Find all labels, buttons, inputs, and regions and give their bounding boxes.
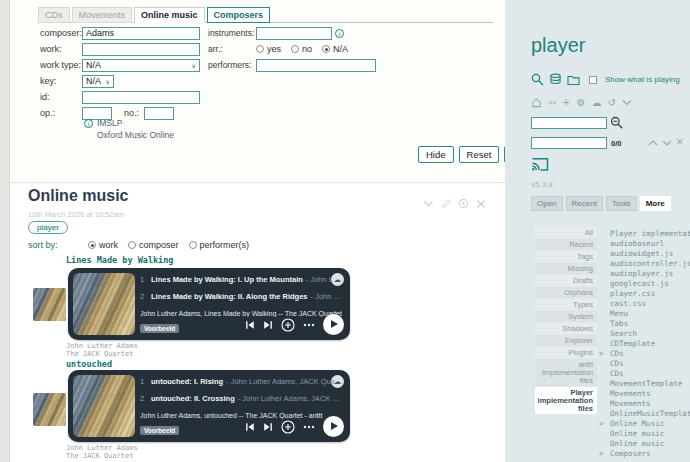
clear-search-icon[interactable]: ✕ (676, 137, 684, 147)
track-row[interactable]: 2 untouched: II. Crossing - John Luther … (140, 394, 344, 404)
close-icon[interactable] (476, 199, 486, 209)
fold-icon[interactable] (423, 200, 434, 208)
add-to-queue-icon[interactable] (281, 420, 295, 434)
tree-item[interactable]: Online music (597, 429, 690, 439)
filter-recent[interactable]: Recent (535, 239, 597, 250)
track-row[interactable]: 2 Lines Made by Walking: II. Along the R… (140, 292, 344, 302)
info-icon[interactable] (458, 198, 469, 209)
add-to-queue-icon[interactable] (281, 318, 295, 332)
close-all-icon[interactable]: ✕✕ (548, 97, 556, 109)
play-button[interactable] (323, 314, 344, 335)
album-thumbnail[interactable] (33, 393, 66, 426)
tree-item[interactable]: >Online Music (597, 419, 690, 429)
filter-anttt-files[interactable]: anttt implementation files (535, 359, 597, 386)
filter-system[interactable]: System (535, 311, 597, 322)
work-input[interactable] (82, 43, 200, 56)
tree-item[interactable]: Movements (597, 389, 690, 399)
tree-item[interactable]: CDs (597, 359, 690, 369)
tree-item[interactable]: Online music (597, 439, 690, 449)
sidebar-tab-open[interactable]: Open (531, 196, 563, 211)
sidebar-tab-tools[interactable]: Tools (606, 196, 637, 211)
filter-types[interactable]: Types (535, 299, 597, 310)
next-track-icon[interactable] (263, 320, 273, 330)
instruments-info-icon[interactable] (335, 29, 344, 38)
tree-item[interactable]: audiobaseurl (597, 239, 690, 249)
track-row[interactable]: 1 Lines Made by Walking: I. Up the Mount… (140, 275, 344, 285)
filter-explorer[interactable]: Explorer (535, 335, 597, 346)
reset-button[interactable]: Reset (459, 146, 500, 163)
cloud-icon[interactable]: ☁ (591, 97, 601, 109)
sidebar-tab-recent[interactable]: Recent (566, 196, 603, 211)
work-group-heading[interactable]: Lines Made by Walking (66, 255, 173, 265)
tree-item[interactable]: CDs (597, 369, 690, 379)
previous-track-icon[interactable] (245, 422, 255, 432)
filter-plugins[interactable]: Plugins (535, 347, 597, 358)
tree-item[interactable]: audioplayer.js (597, 269, 690, 279)
composer-input[interactable] (82, 27, 200, 40)
show-playing-checkbox[interactable] (589, 76, 597, 84)
folder-icon[interactable] (567, 74, 580, 86)
tree-item[interactable]: audiocontroller.js (597, 259, 690, 269)
refresh-icon[interactable]: ↺ (607, 97, 615, 109)
chevron-down-icon[interactable] (622, 99, 632, 106)
work-group-heading[interactable]: untouched (66, 359, 112, 369)
play-button[interactable] (323, 416, 344, 437)
filter-drafts[interactable]: Drafts (535, 275, 597, 286)
tree-item[interactable]: CDTemplate (597, 339, 690, 349)
tree-item[interactable]: Tabs (597, 319, 690, 329)
tab-composers[interactable]: Composers (207, 7, 271, 23)
oxford-link[interactable]: Oxford Music Online (97, 130, 174, 140)
previous-track-icon[interactable] (245, 320, 255, 330)
imslp-info-icon[interactable] (84, 119, 93, 128)
tree-item[interactable]: googlecast.js (597, 279, 690, 289)
tab-online-music[interactable]: Online music (134, 7, 205, 23)
filter-shadows[interactable]: Shadows (535, 323, 597, 334)
imslp-link[interactable]: IMSLP (97, 118, 123, 128)
tree-item[interactable]: cast.css (597, 299, 690, 309)
tree-item[interactable]: Movements (597, 399, 690, 409)
tree-item[interactable]: player.css (597, 289, 690, 299)
work-type-select[interactable]: N/A (82, 59, 200, 72)
tree-item[interactable]: Player implementation files (597, 229, 690, 239)
id-input[interactable] (82, 91, 200, 104)
filter-all[interactable]: All (535, 227, 597, 238)
more-options-icon[interactable] (303, 425, 315, 429)
sort-work-radio[interactable] (88, 241, 96, 249)
database-icon[interactable] (549, 73, 562, 86)
tree-item[interactable]: >CDs (597, 349, 690, 359)
track-row[interactable]: 1 untouched: I. Rising - John Luther Ada… (140, 377, 344, 387)
next-track-icon[interactable] (263, 422, 273, 432)
tree-item[interactable]: Search (597, 329, 690, 339)
find-in-page-input[interactable] (531, 137, 607, 149)
sidebar-tab-more[interactable]: More (640, 196, 671, 211)
home-icon[interactable] (531, 97, 542, 108)
tag-pill-player[interactable]: player (28, 221, 68, 234)
arr-na-radio[interactable] (322, 45, 330, 53)
tree-item[interactable]: OnlineMusicTemplate (597, 409, 690, 419)
arr-no-radio[interactable] (291, 45, 299, 53)
sort-performers-radio[interactable] (189, 241, 197, 249)
tab-cds[interactable]: CDs (38, 7, 70, 23)
tree-item[interactable]: Menu (597, 309, 690, 319)
next-match-icon[interactable] (662, 139, 672, 147)
settings-icon[interactable]: ⚙ (576, 97, 585, 109)
previous-match-icon[interactable] (648, 139, 658, 147)
sort-composer-radio[interactable] (128, 241, 136, 249)
hide-button[interactable]: Hide (418, 146, 454, 163)
filter-missing[interactable]: Missing (535, 263, 597, 274)
new-tiddler-icon[interactable]: + (562, 97, 570, 109)
edit-icon[interactable] (441, 199, 451, 209)
advanced-search-icon[interactable] (610, 116, 623, 129)
album-thumbnail[interactable] (33, 288, 66, 321)
performers-input[interactable] (256, 59, 376, 72)
filter-tags[interactable]: Tags (535, 251, 597, 262)
sidebar-search-input[interactable] (531, 117, 607, 129)
tab-movements[interactable]: Movements (72, 7, 133, 23)
instruments-input[interactable] (256, 27, 332, 40)
filter-player-files[interactable]: Player implementation files (535, 387, 597, 414)
filter-orphans[interactable]: Orphans (535, 287, 597, 298)
key-select[interactable]: N/A (82, 75, 114, 88)
tree-item[interactable]: >Composers (597, 449, 690, 459)
cast-icon[interactable] (531, 156, 549, 172)
tree-item[interactable]: MovementTemplate (597, 379, 690, 389)
